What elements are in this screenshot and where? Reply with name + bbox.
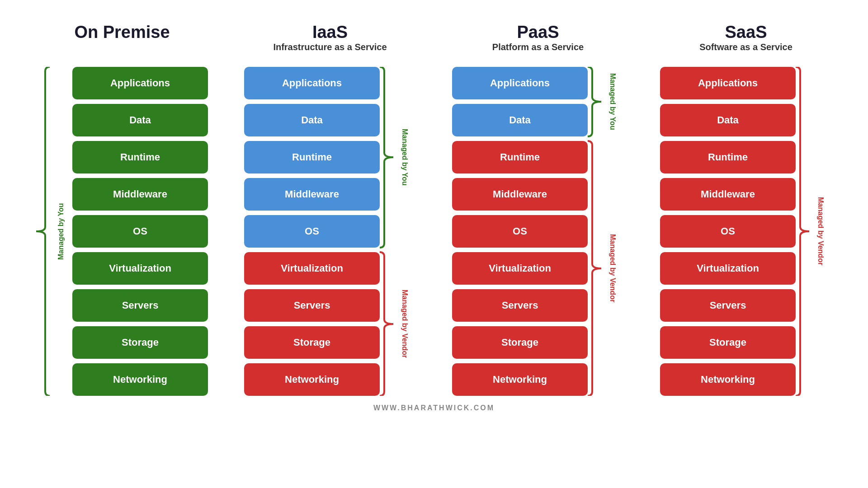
box-saas-virtualization: Virtualization	[660, 252, 796, 285]
brackets-right-saas: Managed by Vendor	[796, 67, 832, 396]
box-iaas-os: OS	[244, 215, 380, 248]
bracket-label-right-iaas-Managed-by-Vendor: Managed by Vendor	[393, 252, 416, 396]
col-body-iaas: ApplicationsDataRuntimeMiddlewareOSVirtu…	[244, 67, 416, 396]
bracket-label-right-paas-Managed-by-You: Managed by You	[601, 67, 624, 136]
box-on-premise-servers: Servers	[72, 289, 208, 322]
col-paas: PaaSPlatform as a ServiceApplicationsDat…	[434, 23, 642, 396]
box-on-premise-virtualization: Virtualization	[72, 252, 208, 285]
box-paas-virtualization: Virtualization	[452, 252, 588, 285]
col-saas: SaaSSoftware as a ServiceApplicationsDat…	[642, 23, 850, 396]
box-saas-middleware: Middleware	[660, 178, 796, 211]
box-iaas-middleware: Middleware	[244, 178, 380, 211]
box-saas-servers: Servers	[660, 289, 796, 322]
box-paas-applications: Applications	[452, 67, 588, 99]
col-header-iaas: IaaSInfrastructure as a Service	[273, 23, 387, 59]
col-header-paas: PaaSPlatform as a Service	[492, 23, 584, 59]
box-paas-networking: Networking	[452, 363, 588, 396]
box-iaas-data: Data	[244, 104, 380, 136]
footer: WWW.BHARATHWICK.COM	[373, 404, 495, 412]
box-paas-runtime: Runtime	[452, 141, 588, 174]
box-iaas-networking: Networking	[244, 363, 380, 396]
bracket-label-right-paas-Managed-by-Vendor: Managed by Vendor	[601, 141, 624, 396]
box-saas-data: Data	[660, 104, 796, 136]
box-on-premise-runtime: Runtime	[72, 141, 208, 174]
box-paas-middleware: Middleware	[452, 178, 588, 211]
box-on-premise-os: OS	[72, 215, 208, 248]
boxes-iaas: ApplicationsDataRuntimeMiddlewareOSVirtu…	[244, 67, 380, 396]
col-body-on-premise: Managed by YouApplicationsDataRuntimeMid…	[36, 67, 208, 396]
col-iaas: IaaSInfrastructure as a ServiceApplicati…	[226, 23, 434, 396]
boxes-on-premise: ApplicationsDataRuntimeMiddlewareOSVirtu…	[72, 67, 208, 396]
col-subtitle-saas: Software as a Service	[699, 42, 793, 52]
col-title-on-premise: On Premise	[74, 23, 170, 42]
box-saas-os: OS	[660, 215, 796, 248]
box-iaas-virtualization: Virtualization	[244, 252, 380, 285]
brackets-right-paas: Managed by YouManaged by Vendor	[588, 67, 624, 396]
bracket-label-right-iaas-Managed-by-You: Managed by You	[393, 67, 416, 248]
box-saas-runtime: Runtime	[660, 141, 796, 174]
bracket-left-on-premise: Managed by You	[36, 67, 72, 396]
box-on-premise-storage: Storage	[72, 326, 208, 359]
col-title-saas: SaaS	[699, 23, 793, 42]
box-saas-networking: Networking	[660, 363, 796, 396]
box-iaas-applications: Applications	[244, 67, 380, 99]
col-subtitle-iaas: Infrastructure as a Service	[273, 42, 387, 52]
box-iaas-servers: Servers	[244, 289, 380, 322]
col-subtitle-paas: Platform as a Service	[492, 42, 584, 52]
box-on-premise-networking: Networking	[72, 363, 208, 396]
box-on-premise-middleware: Middleware	[72, 178, 208, 211]
col-header-saas: SaaSSoftware as a Service	[699, 23, 793, 59]
col-title-paas: PaaS	[492, 23, 584, 42]
brackets-right-iaas: Managed by YouManaged by Vendor	[380, 67, 416, 396]
box-paas-os: OS	[452, 215, 588, 248]
box-saas-storage: Storage	[660, 326, 796, 359]
box-saas-applications: Applications	[660, 67, 796, 99]
boxes-saas: ApplicationsDataRuntimeMiddlewareOSVirtu…	[660, 67, 796, 396]
col-body-saas: ApplicationsDataRuntimeMiddlewareOSVirtu…	[660, 67, 832, 396]
bracket-label-left-on-premise: Managed by You	[50, 67, 72, 396]
box-on-premise-applications: Applications	[72, 67, 208, 99]
box-on-premise-data: Data	[72, 104, 208, 136]
box-iaas-runtime: Runtime	[244, 141, 380, 174]
columns-area: On PremiseManaged by YouApplicationsData…	[14, 23, 854, 396]
box-paas-storage: Storage	[452, 326, 588, 359]
boxes-paas: ApplicationsDataRuntimeMiddlewareOSVirtu…	[452, 67, 588, 396]
col-title-iaas: IaaS	[273, 23, 387, 42]
col-body-paas: ApplicationsDataRuntimeMiddlewareOSVirtu…	[452, 67, 624, 396]
box-paas-servers: Servers	[452, 289, 588, 322]
col-header-on-premise: On Premise	[74, 23, 170, 59]
box-iaas-storage: Storage	[244, 326, 380, 359]
bracket-label-right-saas-Managed-by-Vendor: Managed by Vendor	[809, 67, 832, 396]
box-paas-data: Data	[452, 104, 588, 136]
page-wrapper: On PremiseManaged by YouApplicationsData…	[14, 14, 854, 474]
col-on-premise: On PremiseManaged by YouApplicationsData…	[18, 23, 226, 396]
